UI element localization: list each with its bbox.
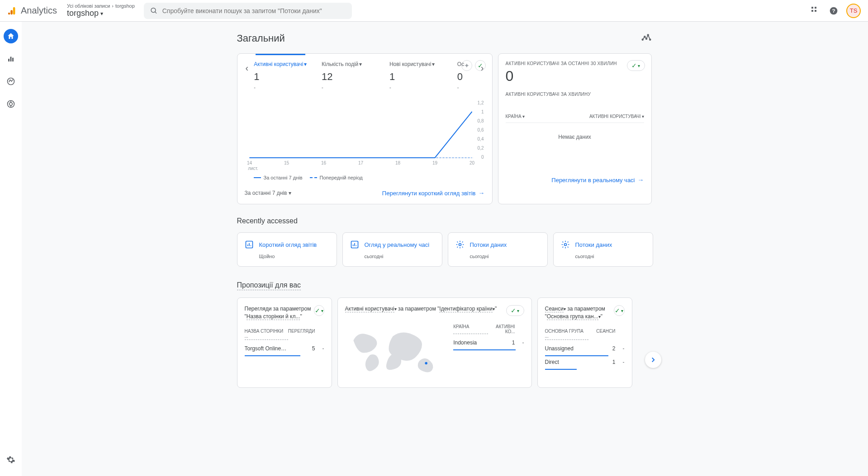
metrics-prev-icon[interactable]: ‹ [245,61,250,75]
svg-text:18: 18 [395,160,400,165]
arrow-right-icon: → [479,189,485,197]
metric-sub: - [254,85,317,90]
search-input[interactable] [162,7,346,14]
svg-text:17: 17 [358,160,363,165]
property-label: torgshop [67,9,99,18]
product-name: Analytics [21,5,57,16]
check-badge-dropdown[interactable]: ✓ ▾ [614,305,625,316]
gear-icon [561,240,570,249]
sugg-title: Активні користувачі▾ за параметром "Іден… [345,305,497,313]
metric-active-users[interactable]: Активні користувачі ▾ 1 - [254,61,317,90]
svg-rect-8 [815,10,816,12]
metric-sub: - [457,85,475,90]
svg-text:1,2: 1,2 [477,100,484,105]
svg-point-21 [649,39,650,40]
metric-label: Ос [457,61,475,67]
sugg-title: Сеанси▾ за параметром "Основна група кан… [545,305,614,320]
table-row[interactable]: Torgsoft Online Mark... 5 - [245,343,324,354]
rt-label-30min: АКТИВНІ КОРИСТУВАЧІ ЗА ОСТАННІ 30 ХВИЛИН [506,61,644,66]
chevron-right-icon: › [112,3,114,9]
recent-item-sub: сьогодні [575,254,645,259]
insights-icon[interactable] [640,31,653,46]
header: Analytics Усі облікові записи › torgshop… [0,0,868,22]
help-icon[interactable]: ? [828,5,839,16]
svg-text:0,2: 0,2 [477,146,484,151]
rt-col-users[interactable]: АКТИВНІ КОРИСТУВАЧІ ▾ [589,114,644,119]
breadcrumb-all-accounts: Усі облікові записи [67,3,110,9]
date-range-selector[interactable]: За останні 7 днів ▾ [245,190,292,196]
view-realtime-link[interactable]: Переглянути в реальному часі → [551,176,644,184]
card-overview: ✦ ✓ ‹ Активні користувачі ▾ 1 - Кількіст… [237,53,493,204]
rt-label-permin: АКТИВНІ КОРИСТУВАЧІ ЗА ХВИЛИНУ [506,92,644,97]
recent-card[interactable]: Потоки даних сьогодні [448,232,548,267]
svg-line-4 [155,12,157,14]
svg-text:19: 19 [432,160,437,165]
metric-new-users[interactable]: Нові користувачі ▾ 1 - [389,61,453,90]
svg-text:20: 20 [469,160,474,165]
svg-point-14 [8,78,14,85]
svg-rect-1 [10,10,13,14]
sugg-table-header: НАЗВА СТОРІНКИ ... ПЕРЕГЛЯДИ [245,326,324,343]
metric-value: 12 [322,71,385,83]
metrics-next-icon[interactable]: › [480,61,485,75]
metric-event-count[interactable]: Кількість подій ▾ 12 - [322,61,385,90]
recent-card[interactable]: Огляд у реальному часі сьогодні [342,232,442,267]
metric-label: Нові користувачі ▾ [389,61,453,67]
page-title: Загальний [237,33,285,44]
apps-icon[interactable] [810,5,821,16]
analytics-logo-icon [7,6,17,16]
svg-text:0,6: 0,6 [477,127,484,132]
table-row[interactable]: Unassigned 2 - [545,343,625,354]
nav-reports[interactable] [4,52,18,66]
caret-down-icon: ▾ [289,190,291,196]
svg-text:0,4: 0,4 [477,137,484,141]
check-badge-dropdown[interactable]: ✓ ▾ [627,60,645,71]
sugg-table-header: ОСНОВНА ГРУПА ... СЕАНСИ [545,326,625,343]
card-realtime: ✓ ▾ АКТИВНІ КОРИСТУВАЧІ ЗА ОСТАННІ 30 ХВ… [498,53,652,204]
legend-previous: Попередній період [320,175,363,180]
svg-text:0,8: 0,8 [477,118,484,123]
svg-text:16: 16 [321,160,326,165]
svg-text:15: 15 [284,160,289,165]
table-row[interactable]: Direct 1 - [545,356,625,368]
view-reports-link[interactable]: Переглянути короткий огляд звітів → [382,189,485,197]
bar-chart-icon [350,240,359,249]
svg-text:1: 1 [481,109,484,114]
caret-down-icon: ▾ [359,61,362,67]
svg-point-48 [425,362,427,365]
recent-item-sub: сьогодні [470,254,540,259]
breadcrumb[interactable]: Усі облікові записи › torgshop torgshop … [67,3,135,18]
nav-home[interactable] [4,29,18,43]
scroll-right-button[interactable] [645,352,661,368]
svg-point-17 [642,39,643,40]
check-badge-dropdown[interactable]: ✓ ▾ [314,305,324,316]
sugg-title: Перегляди за параметром "Назва сторінки … [245,305,314,320]
recent-card[interactable]: Потоки даних сьогодні [553,232,653,267]
svg-point-3 [151,8,156,12]
search-box[interactable] [144,3,352,19]
svg-text:14: 14 [247,160,252,165]
avatar[interactable]: TS [846,4,861,18]
property-selector[interactable]: torgshop ▾ [67,9,135,18]
col-views: ПЕРЕГЛЯДИ [288,329,315,340]
svg-text:лист.: лист. [248,166,258,171]
svg-rect-5 [811,7,813,9]
metric-value: 1 [389,71,453,83]
metric-truncated[interactable]: Ос 0 - [457,61,475,90]
rt-col-country[interactable]: КРАЇНА ▾ [506,114,525,119]
suggestion-card-sessions: Сеанси▾ за параметром "Основна група кан… [537,297,632,388]
world-map [345,321,449,380]
svg-point-18 [644,36,645,38]
nav-explore[interactable] [4,74,18,89]
check-badge-dropdown[interactable]: ✓ ▾ [506,305,524,316]
recent-title: Recently accessed [237,217,653,225]
nav-advertising[interactable] [4,97,18,111]
chart-legend: За останні 7 днів Попередній період [254,175,485,180]
svg-rect-13 [12,58,14,61]
col-active: АКТИВНІ КО... [488,324,515,334]
nav-admin[interactable] [4,452,18,467]
table-row[interactable]: Indonesia 1 - [453,337,524,349]
metric-value: 1 [254,71,317,83]
recent-card[interactable]: Короткий огляд звітів Щойно [237,232,337,267]
logo-area[interactable]: Analytics [7,5,62,16]
